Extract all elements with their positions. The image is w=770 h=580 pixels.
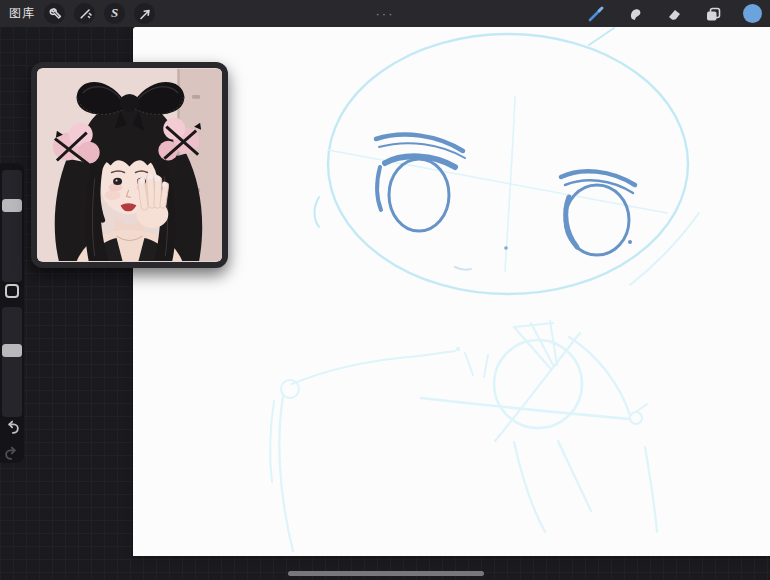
eraser-icon (665, 5, 683, 23)
transform-arrow-icon (138, 7, 152, 21)
undo-icon (3, 423, 21, 440)
magic-wand-icon (78, 7, 92, 21)
layers-button[interactable] (702, 3, 724, 25)
brush-size-slider[interactable] (2, 170, 22, 282)
redo-icon (3, 449, 21, 466)
left-eye-sketch (376, 135, 465, 231)
selection-s-icon: S (111, 5, 118, 21)
selection-button[interactable]: S (104, 3, 125, 24)
procreate-app: 图库 S (0, 0, 770, 580)
transform-button[interactable] (134, 3, 155, 24)
brush-sidebar (0, 163, 24, 463)
top-toolbar: 图库 S (0, 0, 770, 27)
brush-icon (587, 5, 605, 23)
head-construction (315, 28, 700, 294)
brush-opacity-handle[interactable] (2, 344, 22, 357)
brush-opacity-slider[interactable] (2, 307, 22, 417)
drawing-canvas[interactable] (133, 27, 770, 556)
modify-button[interactable] (5, 284, 19, 298)
face-details-sketch (455, 246, 508, 269)
eraser-tool-button[interactable] (663, 3, 685, 25)
toolbar-left-group: 图库 S (0, 0, 155, 27)
layers-icon (704, 5, 722, 23)
smudge-finger-icon (626, 5, 644, 23)
color-button[interactable] (741, 3, 763, 25)
reference-window[interactable] (31, 62, 228, 268)
active-color-swatch (743, 4, 762, 23)
paint-tool-button[interactable] (585, 3, 607, 25)
home-indicator[interactable] (288, 571, 484, 576)
right-eye-sketch (561, 171, 635, 255)
undo-button[interactable] (3, 419, 21, 437)
toolbar-right-group (585, 0, 763, 27)
smudge-tool-button[interactable] (624, 3, 646, 25)
redo-button[interactable] (3, 445, 21, 463)
portrait-reference-photo (37, 68, 222, 262)
sketch-artwork (133, 27, 770, 556)
reference-photo (37, 68, 222, 262)
wrench-icon (48, 7, 62, 21)
gallery-button[interactable]: 图库 (9, 0, 35, 27)
adjustments-button[interactable] (74, 3, 95, 24)
brush-size-handle[interactable] (2, 199, 22, 212)
actions-button[interactable] (44, 3, 65, 24)
body-construction (270, 321, 657, 551)
